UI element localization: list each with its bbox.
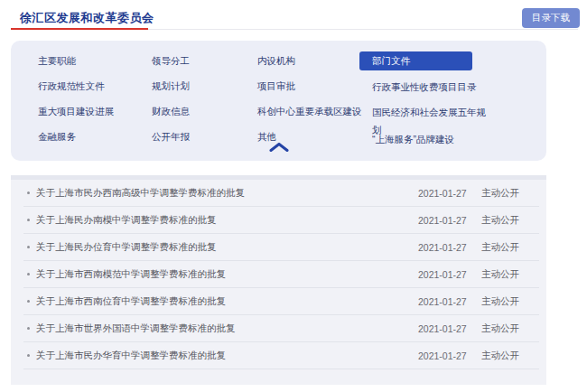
bullet-icon	[27, 354, 30, 357]
bullet-icon	[27, 246, 30, 248]
menu-item[interactable]: 内设机构	[257, 51, 372, 70]
document-row: 关于上海市民办华育中学调整学费标准的批复 2021-01-27 主动公开	[23, 342, 539, 369]
collapse-button[interactable]	[262, 139, 296, 156]
document-link[interactable]: 关于上海市民办西南高级中学调整学费标准的批复	[36, 187, 418, 200]
document-status: 主动公开	[481, 322, 539, 335]
menu-item[interactable]: 项目审批	[257, 77, 372, 95]
document-row: 关于上海市西南模范中学调整学费标准的批复 2021-01-27 主动公开	[23, 261, 539, 288]
menu-item[interactable]: 行政事业性收费项目目录	[372, 78, 489, 96]
document-link[interactable]: 关于上海市西南模范中学调整学费标准的批复	[36, 268, 418, 281]
document-date: 2021-01-27	[418, 296, 481, 307]
document-list: 关于上海市民办西南高级中学调整学费标准的批复 2021-01-27 主动公开 关…	[11, 175, 546, 385]
menu-item[interactable]: 规划计划	[152, 77, 257, 95]
title-underline	[11, 28, 148, 30]
bullet-icon	[27, 300, 30, 303]
document-link[interactable]: 关于上海民办南模中学调整学费标准的批复	[36, 214, 418, 227]
document-date: 2021-01-27	[418, 350, 481, 361]
document-row: 关于上海民办南模中学调整学费标准的批复 2021-01-27 主动公开	[23, 207, 539, 234]
bullet-icon	[27, 219, 30, 221]
document-link[interactable]: 关于上海民办位育中学调整学费标准的批复	[36, 241, 418, 254]
page-title: 徐汇区发展和改革委员会	[20, 10, 154, 26]
menu-item[interactable]: “上海服务”品牌建设	[372, 130, 489, 148]
bullet-icon	[27, 273, 30, 275]
document-row: 关于上海市民办西南高级中学调整学费标准的批复 2021-01-27 主动公开	[23, 180, 539, 207]
document-link[interactable]: 关于上海市西南位育中学调整学费标准的批复	[36, 295, 418, 308]
document-link[interactable]: 关于上海市世界外国语中学调整学费标准的批复	[36, 322, 418, 335]
menu-column-4: 部门文件 行政事业性收费项目目录 国民经济和社会发展五年规划 “上海服务”品牌建…	[372, 51, 489, 161]
document-row: 关于上海民办位育中学调整学费标准的批复 2021-01-27 主动公开	[23, 234, 539, 261]
document-date: 2021-01-27	[418, 215, 481, 226]
menu-item[interactable]: 行政规范性文件	[38, 77, 152, 95]
document-status: 主动公开	[481, 241, 539, 254]
document-row: 关于上海市世界外国语中学调整学费标准的批复 2021-01-27 主动公开	[23, 315, 539, 342]
menu-column-1: 主要职能 行政规范性文件 重大项目建设进展 金融服务	[38, 51, 152, 161]
menu-item[interactable]: 科创中心重要承载区建设	[257, 102, 372, 120]
menu-item-active[interactable]: 部门文件	[359, 51, 472, 70]
document-date: 2021-01-27	[418, 269, 481, 280]
menu-item[interactable]: 公开年报	[152, 127, 257, 145]
document-date: 2021-01-27	[418, 242, 481, 253]
page: 徐汇区发展和改革委员会 目录下载 主要职能 行政规范性文件 重大项目建设进展 金…	[0, 0, 587, 392]
menu-column-2: 领导分工 规划计划 财政信息 公开年报	[152, 51, 257, 161]
document-status: 主动公开	[481, 295, 539, 308]
menu-item[interactable]: 金融服务	[38, 127, 152, 145]
category-menu: 主要职能 行政规范性文件 重大项目建设进展 金融服务 领导分工 规划计划 财政信…	[11, 41, 546, 161]
document-row: 关于上海市西南位育中学调整学费标准的批复 2021-01-27 主动公开	[23, 288, 539, 315]
document-status: 主动公开	[481, 187, 539, 200]
document-date: 2021-01-27	[418, 323, 481, 334]
menu-item[interactable]: 财政信息	[152, 102, 257, 120]
document-date: 2021-01-27	[418, 188, 481, 199]
bullet-icon	[27, 327, 30, 330]
document-link[interactable]: 关于上海市民办华育中学调整学费标准的批复	[36, 350, 418, 362]
document-status: 主动公开	[481, 350, 539, 362]
document-status: 主动公开	[481, 214, 539, 227]
bullet-icon	[27, 191, 30, 194]
download-button[interactable]: 目录下载	[522, 8, 580, 28]
menu-item[interactable]: 领导分工	[152, 51, 257, 70]
chevron-up-icon	[269, 143, 289, 152]
document-status: 主动公开	[481, 268, 539, 281]
menu-item[interactable]: 重大项目建设进展	[38, 102, 152, 120]
menu-item[interactable]: 主要职能	[38, 51, 152, 70]
